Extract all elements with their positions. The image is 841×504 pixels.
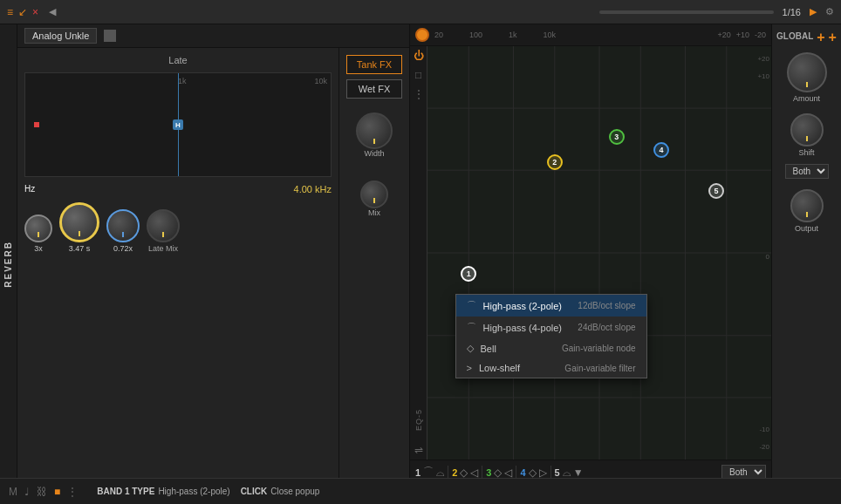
amount-knob-container: Amount [787, 52, 827, 103]
nav-forward-icon[interactable]: ▶ [810, 6, 817, 17]
mix-area: Mix [346, 180, 402, 217]
mix-knob[interactable] [360, 180, 388, 208]
knob-3x-control[interactable] [24, 215, 52, 242]
band-5-selector: 5 ⌓ ▼ [555, 467, 584, 479]
freq-10k: 10k [544, 31, 557, 39]
band-point-2[interactable]: 2 [547, 154, 563, 170]
shift-knob[interactable] [790, 113, 824, 146]
eq-sidebar: ⏻ □ ⋮ EQ-5 ⇌ [410, 46, 427, 460]
view-icon[interactable]: □ [415, 69, 421, 81]
knob-decay-control[interactable] [59, 202, 99, 242]
reverb-content: Late 1k 10k H Hz 4.00 kHz [17, 48, 409, 504]
db-minus10-label: -10 [759, 426, 769, 433]
plus-button-1[interactable]: + [817, 30, 824, 45]
preset-name[interactable]: Analog Unkle [24, 28, 97, 44]
highpass4-icon: ⌒ [467, 321, 476, 334]
arrow-icon[interactable]: ↙ [18, 6, 27, 18]
band-point-1[interactable]: 1 [461, 266, 476, 282]
reverb-panel: Analog Unkle Late 1k 10k H Hz [17, 24, 410, 504]
freq-1k: 1k [509, 31, 517, 39]
band-type-dropdown: ⌒ High-pass (2-pole) 12dB/oct slope ⌒ Hi… [455, 294, 647, 378]
band-3-shape-a[interactable]: ◇ [494, 467, 502, 479]
nav-back-button[interactable]: ◀ [49, 6, 56, 17]
link-icon[interactable]: ⛓ [37, 486, 47, 498]
bottom-bar: M ♩ ⛓ ■ ⋮ BAND 1 TYPE High-pass (2-pole)… [0, 478, 841, 504]
band-1-shape-b[interactable]: ⌓ [436, 467, 444, 479]
knob-modulation-control[interactable] [106, 209, 140, 242]
wave-icon[interactable]: ⋮ [67, 486, 78, 498]
highpass4-label: High-pass (4-pole) [483, 323, 562, 333]
eq-area: 20 100 1k 10k +20 +10 -20 ⏻ □ ⋮ EQ-5 ⇌ [410, 24, 771, 504]
global-panel: GLOBAL + + Amount Shift Both [771, 24, 841, 504]
power-icon[interactable]: ⏻ [414, 50, 424, 62]
eq-power-button[interactable] [415, 28, 429, 42]
band-2-shape-a[interactable]: ◇ [460, 467, 468, 479]
dropdown-item-highpass2[interactable]: ⌒ High-pass (2-pole) 12dB/oct slope [456, 295, 646, 317]
dropdown-item-highpass4[interactable]: ⌒ High-pass (4-pole) 24dB/oct slope [456, 317, 646, 338]
dropdown-item-bell[interactable]: ◇ Bell Gain-variable node [456, 338, 646, 358]
dropdown-item-lowshelf[interactable]: > Low-shelf Gain-variable filter [456, 358, 646, 378]
close-icon[interactable]: × [32, 6, 38, 18]
knob-3x-value: 3x [34, 244, 43, 253]
output-label: Output [795, 224, 818, 233]
knob-modulation: 0.72x [106, 209, 140, 253]
settings-icon[interactable]: ⚙ [825, 6, 834, 17]
band-3-label: 3 [614, 133, 619, 141]
eq-freq-labels: 20 100 1k 10k [434, 31, 556, 39]
eq-header-right: +20 +10 -20 [717, 31, 766, 39]
width-label: Width [364, 149, 384, 158]
band-5-shape-a[interactable]: ⌓ [563, 467, 571, 479]
knob-late-mix: Late Mix [147, 209, 180, 253]
plus-button-2[interactable]: + [829, 30, 837, 45]
tank-fx-button[interactable]: Tank FX [346, 55, 402, 74]
band-point-4[interactable]: 4 [653, 142, 669, 158]
piano-icon[interactable]: ♩ [24, 486, 30, 498]
band-5-shape-b[interactable]: ▼ [573, 467, 584, 479]
record-icon[interactable]: ■ [54, 486, 60, 498]
band-type-value: High-pass (2-pole) [158, 487, 229, 496]
wet-fx-button[interactable]: Wet FX [346, 79, 402, 99]
knob-late-mix-control[interactable] [147, 209, 180, 242]
amount-knob[interactable] [787, 52, 827, 92]
click-value: Close popup [270, 487, 319, 496]
menu-icon[interactable]: ≡ [7, 6, 13, 18]
freq-labels-row: Hz 4.00 kHz [24, 184, 332, 197]
shift-label: Shift [798, 148, 814, 157]
both-global-dropdown[interactable]: Both [785, 164, 829, 179]
band-4-shape-a[interactable]: ◇ [529, 467, 537, 479]
late-graph[interactable]: 1k 10k H [24, 72, 332, 177]
lowshelf-icon: > [467, 363, 472, 373]
grid-icon[interactable]: ⋮ [414, 88, 424, 100]
position-slider[interactable] [599, 10, 774, 14]
bell-label: Bell [481, 344, 496, 354]
freq-value: 4.00 kHz [294, 184, 332, 197]
page-indicator: 1/16 [783, 7, 801, 17]
reverb-label: REVERB [3, 241, 13, 288]
band-2-shape-b[interactable]: ◁ [470, 467, 478, 479]
eq-graph[interactable]: 1 2 3 4 5 +20 +10 0 -10 -20 [427, 46, 771, 460]
freq-100: 100 [469, 31, 482, 39]
late-graph-handle[interactable]: H [173, 119, 183, 130]
band-5-label: 5 [714, 187, 718, 195]
highpass2-sub: 12dB/oct slope [578, 301, 635, 310]
width-knob[interactable] [356, 112, 393, 149]
band-point-5[interactable]: 5 [708, 183, 724, 199]
highpass4-sub: 24dB/oct slope [578, 323, 635, 332]
reverb-sidebar: REVERB [0, 24, 17, 504]
width-area: Width [346, 112, 402, 158]
band-4-number: 4 [520, 467, 525, 478]
late-section: Late 1k 10k H Hz 4.00 kHz [17, 48, 339, 504]
band-3-shape-b[interactable]: ◁ [504, 467, 512, 479]
lowshelf-sub: Gain-variable filter [564, 364, 635, 373]
band-2-label: 2 [552, 158, 557, 167]
midi-icon[interactable]: M [9, 486, 17, 498]
band-5-number: 5 [555, 467, 560, 478]
band-4-shape-b[interactable]: ▷ [539, 467, 547, 479]
global-header: GLOBAL + + [776, 30, 837, 45]
preset-menu-icon[interactable] [104, 30, 116, 42]
eq-svg [427, 46, 771, 460]
band-type-key: BAND 1 TYPE [97, 487, 154, 496]
connect-icon[interactable]: ⇌ [414, 444, 423, 456]
output-knob[interactable] [790, 189, 824, 222]
band-point-3[interactable]: 3 [609, 129, 625, 145]
